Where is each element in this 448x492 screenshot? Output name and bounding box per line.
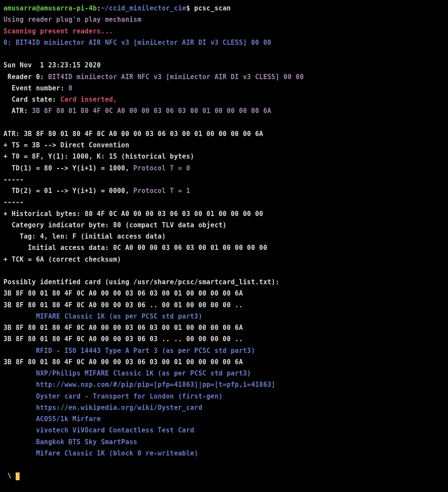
event-number-line: Event number: 0	[3, 84, 73, 92]
card-mifare-rewrite: Mifare Classic 1K (block 0 re-writeable)	[3, 449, 198, 457]
card-vivotech: vivotech ViVOcard Contactless Test Card	[3, 426, 194, 434]
prompt-path: ~/ccid_minilector_cie	[101, 4, 186, 12]
prompt-dollar: $	[186, 4, 190, 12]
reader-0-line: Reader 0: BIT4ID miniLector AIR NFC v3 […	[3, 73, 304, 81]
tag-line: Tag: 4, len: F (initial access data)	[3, 233, 166, 240]
mechanism-line: Using reader plug'n play mechanism	[3, 16, 141, 23]
atr-match-2: 3B 8F 80 01 80 4F 0C A0 00 00 03 06 03 0…	[3, 324, 243, 332]
card-oyster: Oyster card - Transport for London (firs…	[3, 392, 223, 400]
atr-line: ATR: 3B 8F 80 01 80 4F 0C A0 00 00 03 06…	[3, 107, 271, 115]
identified-card-header: Possibly identified card (using /usr/sha…	[3, 278, 280, 286]
card-mifare-1k: MIFARE Classic 1K (as per PCSC std part3…	[3, 312, 202, 320]
timestamp: Sun Nov 1 23:23:15 2020	[3, 61, 101, 69]
separator: -----	[3, 198, 24, 206]
ts-line: + TS = 3B --> Direct Convention	[3, 141, 129, 149]
card-acos5: ACOS5/1k Mirfare	[3, 415, 101, 423]
scanning-line: Scanning present readers...	[3, 27, 113, 35]
atr-mask-2: 3B 8F 80 01 80 4F 0C A0 00 00 03 06 03 .…	[3, 335, 243, 343]
card-rfid-iso: RFID - ISO 14443 Type A Part 3 (as per P…	[3, 347, 255, 355]
atr-mask-1: 3B 8F 80 01 80 4F 0C A0 00 00 03 06 .. 0…	[3, 301, 243, 309]
atr-match-1: 3B 8F 80 01 80 4F 0C A0 00 00 03 06 03 0…	[3, 289, 243, 297]
tck-line: + TCK = 6A (correct checksum)	[3, 256, 121, 263]
card-nxp: NXP/Philips MIFARE Classic 1K (as per PC…	[3, 369, 251, 377]
prompt-colon: :	[97, 4, 101, 12]
command: pcsc_scan	[190, 4, 231, 12]
cursor	[16, 472, 20, 480]
card-bangkok: Bangkok BTS Sky SmartPass	[3, 438, 137, 446]
category-indicator-line: Category indicator byte: 80 (compact TLV…	[3, 221, 227, 229]
t0-line: + T0 = 8F, Y(1): 1000, K: 15 (historical…	[3, 153, 194, 160]
td1-line: TD(1) = 80 --> Y(i+1) = 1000, Protocol T…	[3, 164, 190, 172]
card-state-line: Card state: Card inserted,	[3, 96, 121, 103]
prompt-user: amusarra@amusarra-pi-4b	[3, 4, 97, 12]
historical-bytes-line: + Historical bytes: 80 4F 0C A0 00 00 03…	[3, 210, 263, 218]
td2-line: TD(2) = 01 --> Y(i+1) = 0000, Protocol T…	[3, 187, 190, 195]
reader-list-line: 0: BIT4ID miniLector AIR NFC v3 [miniLec…	[3, 39, 271, 47]
atr-header: ATR: 3B 8F 80 01 80 4F 0C A0 00 00 03 06…	[3, 130, 263, 138]
separator: -----	[3, 176, 24, 183]
atr-match-3: 3B 8F 80 01 80 4F 0C A0 00 00 03 06 03 0…	[3, 358, 243, 366]
card-oyster-url: https://en.wikipedia.org/wiki/Oyster_car…	[3, 404, 202, 412]
cursor-line: \	[3, 472, 20, 480]
initial-access-line: Initial access data: 0C A0 00 00 03 06 0…	[3, 244, 267, 252]
card-nxp-url: http://www.nxp.com/#/pip/pip=[pfp=41863]…	[3, 381, 275, 389]
prompt-line: amusarra@amusarra-pi-4b:~/ccid_minilecto…	[3, 4, 231, 12]
terminal-output[interactable]: amusarra@amusarra-pi-4b:~/ccid_minilecto…	[3, 3, 445, 482]
